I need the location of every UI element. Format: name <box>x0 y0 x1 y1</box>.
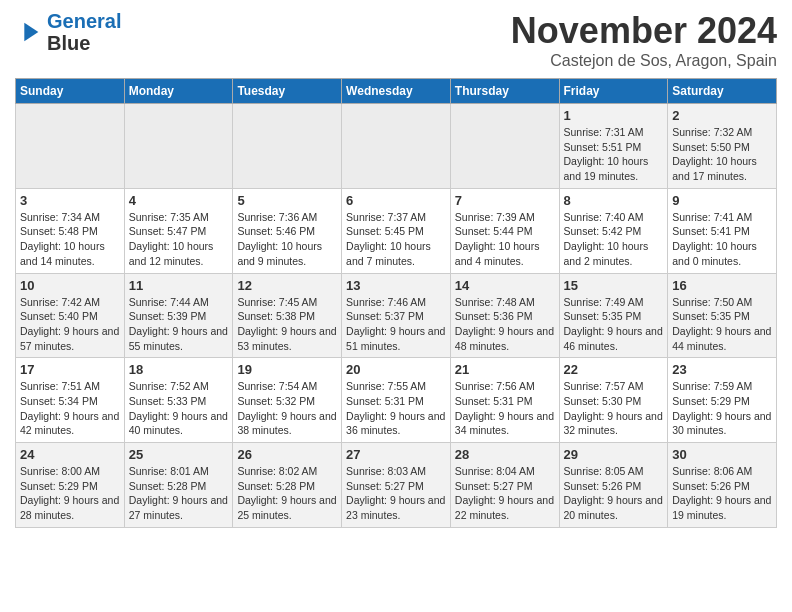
calendar-cell: 14Sunrise: 7:48 AM Sunset: 5:36 PM Dayli… <box>450 273 559 358</box>
calendar-cell: 8Sunrise: 7:40 AM Sunset: 5:42 PM Daylig… <box>559 188 668 273</box>
calendar-cell: 5Sunrise: 7:36 AM Sunset: 5:46 PM Daylig… <box>233 188 342 273</box>
day-info: Sunrise: 8:01 AM Sunset: 5:28 PM Dayligh… <box>129 464 229 523</box>
day-number: 19 <box>237 362 337 377</box>
calendar-cell: 4Sunrise: 7:35 AM Sunset: 5:47 PM Daylig… <box>124 188 233 273</box>
calendar-cell <box>342 104 451 189</box>
calendar-cell: 7Sunrise: 7:39 AM Sunset: 5:44 PM Daylig… <box>450 188 559 273</box>
day-info: Sunrise: 7:54 AM Sunset: 5:32 PM Dayligh… <box>237 379 337 438</box>
day-number: 5 <box>237 193 337 208</box>
day-number: 25 <box>129 447 229 462</box>
day-number: 22 <box>564 362 664 377</box>
day-info: Sunrise: 7:50 AM Sunset: 5:35 PM Dayligh… <box>672 295 772 354</box>
day-number: 10 <box>20 278 120 293</box>
day-info: Sunrise: 7:46 AM Sunset: 5:37 PM Dayligh… <box>346 295 446 354</box>
day-info: Sunrise: 8:00 AM Sunset: 5:29 PM Dayligh… <box>20 464 120 523</box>
day-info: Sunrise: 7:44 AM Sunset: 5:39 PM Dayligh… <box>129 295 229 354</box>
day-info: Sunrise: 8:05 AM Sunset: 5:26 PM Dayligh… <box>564 464 664 523</box>
day-info: Sunrise: 7:56 AM Sunset: 5:31 PM Dayligh… <box>455 379 555 438</box>
day-number: 6 <box>346 193 446 208</box>
day-info: Sunrise: 7:59 AM Sunset: 5:29 PM Dayligh… <box>672 379 772 438</box>
day-number: 27 <box>346 447 446 462</box>
day-number: 9 <box>672 193 772 208</box>
column-header-saturday: Saturday <box>668 79 777 104</box>
day-number: 15 <box>564 278 664 293</box>
calendar-cell: 6Sunrise: 7:37 AM Sunset: 5:45 PM Daylig… <box>342 188 451 273</box>
column-header-wednesday: Wednesday <box>342 79 451 104</box>
calendar-cell: 20Sunrise: 7:55 AM Sunset: 5:31 PM Dayli… <box>342 358 451 443</box>
column-header-sunday: Sunday <box>16 79 125 104</box>
day-info: Sunrise: 7:45 AM Sunset: 5:38 PM Dayligh… <box>237 295 337 354</box>
calendar-cell <box>124 104 233 189</box>
calendar-cell: 15Sunrise: 7:49 AM Sunset: 5:35 PM Dayli… <box>559 273 668 358</box>
day-number: 7 <box>455 193 555 208</box>
day-info: Sunrise: 7:42 AM Sunset: 5:40 PM Dayligh… <box>20 295 120 354</box>
calendar-cell: 17Sunrise: 7:51 AM Sunset: 5:34 PM Dayli… <box>16 358 125 443</box>
day-number: 30 <box>672 447 772 462</box>
day-number: 29 <box>564 447 664 462</box>
day-number: 4 <box>129 193 229 208</box>
day-number: 20 <box>346 362 446 377</box>
day-info: Sunrise: 7:49 AM Sunset: 5:35 PM Dayligh… <box>564 295 664 354</box>
day-number: 11 <box>129 278 229 293</box>
calendar-cell: 21Sunrise: 7:56 AM Sunset: 5:31 PM Dayli… <box>450 358 559 443</box>
logo-text: GeneralBlue <box>47 10 121 54</box>
title-block: November 2024 Castejon de Sos, Aragon, S… <box>511 10 777 70</box>
calendar-cell: 26Sunrise: 8:02 AM Sunset: 5:28 PM Dayli… <box>233 443 342 528</box>
day-info: Sunrise: 7:55 AM Sunset: 5:31 PM Dayligh… <box>346 379 446 438</box>
calendar-cell: 2Sunrise: 7:32 AM Sunset: 5:50 PM Daylig… <box>668 104 777 189</box>
calendar-cell: 1Sunrise: 7:31 AM Sunset: 5:51 PM Daylig… <box>559 104 668 189</box>
day-info: Sunrise: 8:04 AM Sunset: 5:27 PM Dayligh… <box>455 464 555 523</box>
calendar-cell: 30Sunrise: 8:06 AM Sunset: 5:26 PM Dayli… <box>668 443 777 528</box>
column-header-thursday: Thursday <box>450 79 559 104</box>
day-info: Sunrise: 7:32 AM Sunset: 5:50 PM Dayligh… <box>672 125 772 184</box>
calendar-cell: 22Sunrise: 7:57 AM Sunset: 5:30 PM Dayli… <box>559 358 668 443</box>
logo: GeneralBlue <box>15 10 121 54</box>
calendar-cell: 18Sunrise: 7:52 AM Sunset: 5:33 PM Dayli… <box>124 358 233 443</box>
subtitle: Castejon de Sos, Aragon, Spain <box>511 52 777 70</box>
calendar-cell: 27Sunrise: 8:03 AM Sunset: 5:27 PM Dayli… <box>342 443 451 528</box>
day-info: Sunrise: 7:36 AM Sunset: 5:46 PM Dayligh… <box>237 210 337 269</box>
column-header-monday: Monday <box>124 79 233 104</box>
calendar-cell: 3Sunrise: 7:34 AM Sunset: 5:48 PM Daylig… <box>16 188 125 273</box>
day-number: 23 <box>672 362 772 377</box>
day-number: 18 <box>129 362 229 377</box>
calendar-cell: 28Sunrise: 8:04 AM Sunset: 5:27 PM Dayli… <box>450 443 559 528</box>
calendar-cell: 24Sunrise: 8:00 AM Sunset: 5:29 PM Dayli… <box>16 443 125 528</box>
day-number: 17 <box>20 362 120 377</box>
day-number: 16 <box>672 278 772 293</box>
calendar-cell: 13Sunrise: 7:46 AM Sunset: 5:37 PM Dayli… <box>342 273 451 358</box>
day-number: 28 <box>455 447 555 462</box>
day-info: Sunrise: 7:37 AM Sunset: 5:45 PM Dayligh… <box>346 210 446 269</box>
day-info: Sunrise: 8:03 AM Sunset: 5:27 PM Dayligh… <box>346 464 446 523</box>
calendar-header: SundayMondayTuesdayWednesdayThursdayFrid… <box>16 79 777 104</box>
day-info: Sunrise: 7:41 AM Sunset: 5:41 PM Dayligh… <box>672 210 772 269</box>
day-info: Sunrise: 7:40 AM Sunset: 5:42 PM Dayligh… <box>564 210 664 269</box>
day-number: 3 <box>20 193 120 208</box>
calendar-table: SundayMondayTuesdayWednesdayThursdayFrid… <box>15 78 777 528</box>
calendar-cell: 29Sunrise: 8:05 AM Sunset: 5:26 PM Dayli… <box>559 443 668 528</box>
day-info: Sunrise: 8:02 AM Sunset: 5:28 PM Dayligh… <box>237 464 337 523</box>
day-info: Sunrise: 7:48 AM Sunset: 5:36 PM Dayligh… <box>455 295 555 354</box>
column-header-friday: Friday <box>559 79 668 104</box>
day-info: Sunrise: 7:52 AM Sunset: 5:33 PM Dayligh… <box>129 379 229 438</box>
calendar-cell: 11Sunrise: 7:44 AM Sunset: 5:39 PM Dayli… <box>124 273 233 358</box>
day-number: 1 <box>564 108 664 123</box>
logo-icon <box>15 18 43 46</box>
day-info: Sunrise: 7:34 AM Sunset: 5:48 PM Dayligh… <box>20 210 120 269</box>
day-number: 2 <box>672 108 772 123</box>
svg-marker-0 <box>24 23 38 42</box>
column-header-tuesday: Tuesday <box>233 79 342 104</box>
day-number: 24 <box>20 447 120 462</box>
calendar-cell: 23Sunrise: 7:59 AM Sunset: 5:29 PM Dayli… <box>668 358 777 443</box>
day-info: Sunrise: 7:31 AM Sunset: 5:51 PM Dayligh… <box>564 125 664 184</box>
day-info: Sunrise: 7:39 AM Sunset: 5:44 PM Dayligh… <box>455 210 555 269</box>
day-info: Sunrise: 8:06 AM Sunset: 5:26 PM Dayligh… <box>672 464 772 523</box>
day-info: Sunrise: 7:51 AM Sunset: 5:34 PM Dayligh… <box>20 379 120 438</box>
day-number: 12 <box>237 278 337 293</box>
day-number: 8 <box>564 193 664 208</box>
calendar-cell <box>450 104 559 189</box>
day-info: Sunrise: 7:57 AM Sunset: 5:30 PM Dayligh… <box>564 379 664 438</box>
calendar-cell <box>16 104 125 189</box>
day-number: 13 <box>346 278 446 293</box>
calendar-cell <box>233 104 342 189</box>
